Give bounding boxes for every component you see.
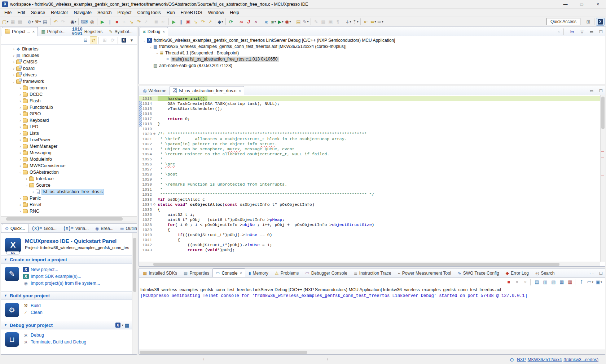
jlink-button[interactable]: J — [245, 18, 252, 26]
code-line[interactable]: 1026 * \pre — [139, 162, 600, 167]
code-editor[interactable]: ➜ 1013 hardware_init();1014 OSA_TaskCrea… — [139, 95, 600, 262]
console-tab-instruction-trace[interactable]: ≣Instruction Trace — [351, 268, 395, 277]
project-tree-row[interactable]: ›common — [1, 85, 137, 91]
expand-chevron-icon[interactable]: ⌄ — [18, 170, 23, 174]
code-line[interactable]: 1025 * — [139, 157, 600, 162]
word-wrap-button[interactable]: ▧ — [550, 278, 557, 286]
window-close-button[interactable]: × — [590, 0, 606, 8]
console-tab-memory[interactable]: ▮Memory — [245, 268, 272, 277]
code-line[interactable]: 1015 vTaskStartScheduler(); — [139, 106, 600, 111]
code-line[interactable]: 1016 — [139, 111, 600, 116]
profile-step-into-button[interactable]: ↘ — [192, 18, 199, 26]
project-tree-row[interactable]: ›LED — [1, 124, 137, 130]
window-minimize-button[interactable]: — — [557, 0, 574, 8]
x-view-menu-button[interactable]: X — [120, 36, 127, 44]
instruction-mode-button[interactable]: i⇨ — [567, 28, 575, 36]
console-tab-properties[interactable]: ▤Properties — [180, 268, 212, 277]
project-tree-row[interactable]: ›DCDC — [1, 91, 137, 98]
profile-step-over-button[interactable]: ↷ — [199, 18, 206, 26]
editor-maximize-button[interactable]: ☐ — [596, 87, 603, 95]
open-perspective-button[interactable]: ⊞ — [584, 18, 593, 26]
expand-chevron-icon[interactable]: ⌄ — [155, 51, 160, 55]
terminate-button[interactable]: ■ — [113, 18, 120, 26]
expand-chevron-icon[interactable]: › — [11, 47, 16, 51]
expand-chevron-icon[interactable]: › — [11, 60, 16, 64]
code-line[interactable]: 1019 — [139, 126, 600, 132]
console-tab-swo-trace-config[interactable]: ∿SWO Trace Config — [454, 268, 502, 277]
console-tab-debugger-console[interactable]: ▭Debugger Console — [302, 268, 350, 277]
menu-window[interactable]: Window — [205, 9, 227, 16]
quickstart-action-import-project-s-from-file-system[interactable]: ◉Import project(s) from file system... — [23, 281, 100, 286]
console-tab-installed-sdks[interactable]: ▦Installed SDKs — [140, 268, 180, 277]
expand-chevron-icon[interactable]: › — [18, 86, 23, 90]
mcuxpresso-perspective-button[interactable]: X — [596, 18, 605, 26]
fold-marker-icon[interactable]: ⊖ — [153, 202, 158, 207]
refresh-debug-button[interactable]: ⟳ — [227, 18, 234, 26]
profile-button[interactable]: ◉▾ — [70, 18, 77, 26]
last-edit-button[interactable]: ⇤ — [362, 18, 369, 26]
prev-annotation-button[interactable]: ⇡▾ — [352, 18, 359, 26]
quick-access-button[interactable]: Quick Access — [546, 18, 580, 25]
project-tree-row[interactable]: ›MWSCoexistence — [1, 163, 137, 169]
terminal-button[interactable]: ⌨ — [80, 18, 88, 26]
code-line[interactable]: 1027 * — [139, 167, 600, 172]
code-line[interactable]: 1020⊖/*! *******************************… — [139, 132, 600, 137]
tab-close-icon[interactable]: × — [32, 30, 35, 34]
expand-chevron-icon[interactable]: ⌄ — [148, 45, 153, 48]
menu-source[interactable]: Source — [28, 9, 48, 16]
code-line[interactable]: 1041 { — [139, 238, 600, 243]
open-config-button[interactable]: ▤ — [295, 18, 302, 26]
display-console-button[interactable]: ▭▾ — [586, 278, 594, 286]
quickstart-action-new-project[interactable]: XNew project... — [23, 267, 100, 272]
code-line[interactable]: 1035{ — [139, 207, 600, 212]
project-tree-row[interactable]: ›Reset — [1, 201, 137, 208]
expand-chevron-icon[interactable]: ⌄ — [142, 39, 147, 42]
debug-tree-row[interactable]: ⌄≣Thread #1 1 (Suspended : Breakpoint) — [140, 50, 605, 56]
project-tree-row[interactable]: ›Keyboard — [1, 117, 137, 124]
menu-run[interactable]: Run — [164, 9, 178, 16]
expand-chevron-icon[interactable]: › — [18, 157, 23, 161]
code-line[interactable]: 1030 * \remarks Function is unprotected … — [139, 182, 600, 187]
project-tree-row[interactable]: ›board — [1, 65, 137, 72]
console-terminate-button[interactable]: ■ — [505, 278, 512, 286]
quickstart-section-header[interactable]: ▼Create or import a project — [1, 255, 132, 264]
project-tree-row[interactable]: ⌄Source — [1, 182, 137, 188]
expand-chevron-icon[interactable]: › — [31, 190, 36, 194]
run-button[interactable]: ▶▾ — [277, 18, 284, 26]
profile-terminate-button[interactable]: ▣ — [185, 18, 192, 26]
project-tree-row[interactable]: ›Panic — [1, 195, 137, 201]
next-annotation-button[interactable]: ⇣▾ — [344, 18, 352, 26]
project-tree-row[interactable]: ›▤Includes — [1, 52, 137, 59]
quickstart-action-debug[interactable]: жDebug — [23, 333, 86, 338]
quickstart-section-header[interactable]: ▼Build your project — [1, 291, 132, 300]
code-line[interactable]: 1038 for( i=0 ; i < pOsObjectInfo->objNo… — [139, 222, 600, 227]
maximize-button[interactable]: ☐ — [596, 28, 603, 36]
expand-chevron-icon[interactable]: › — [18, 99, 23, 103]
memory-book-button[interactable]: ◆▾ — [217, 18, 224, 26]
stderr-activate-button[interactable]: ▦ — [566, 278, 574, 286]
pin-console-button[interactable]: ⊺ — [578, 278, 585, 286]
project-tree-row[interactable]: ›Messaging — [1, 150, 137, 156]
code-line[interactable]: 1042 ((osObjStruct_t*)pObj)->inUse = 1; — [139, 243, 600, 248]
code-line[interactable]: 1029 * — [139, 177, 600, 182]
expand-chevron-icon[interactable]: ⌄ — [11, 80, 16, 83]
editor-minimize-button[interactable]: ▭ — [587, 87, 594, 95]
sdk-paint-button[interactable]: ✎▾ — [302, 18, 309, 26]
code-line[interactable]: 1018} — [139, 121, 600, 126]
project-tab-project[interactable]: Project ...× — [2, 27, 38, 36]
console-maximize-button[interactable]: ☐ — [596, 269, 603, 277]
project-tree-row[interactable]: ›LowPower — [1, 137, 137, 143]
code-line[interactable]: 1034⊖static void* osObjectAlloc(const os… — [139, 202, 600, 207]
build-config-button[interactable]: ▤ — [41, 18, 49, 26]
tab-close-icon[interactable]: × — [240, 271, 242, 275]
expand-chevron-icon[interactable]: › — [18, 105, 23, 110]
debug-tab-debug[interactable]: жDebug× — [140, 27, 168, 36]
expand-chevron-icon[interactable]: › — [18, 138, 23, 142]
expand-chevron-icon[interactable]: › — [24, 177, 29, 181]
statusbar-device-link[interactable]: MKW36Z512xxx4 — [528, 357, 562, 362]
clear-console-button[interactable]: ▤ — [533, 278, 540, 286]
project-tree-row[interactable]: ⌄framework — [1, 78, 137, 85]
code-line[interactable]: 1036 uint32_t i; — [139, 212, 600, 217]
project-tree-row[interactable]: ›FunctionLib — [1, 104, 137, 111]
build-button[interactable]: ⚒▾ — [34, 18, 41, 26]
